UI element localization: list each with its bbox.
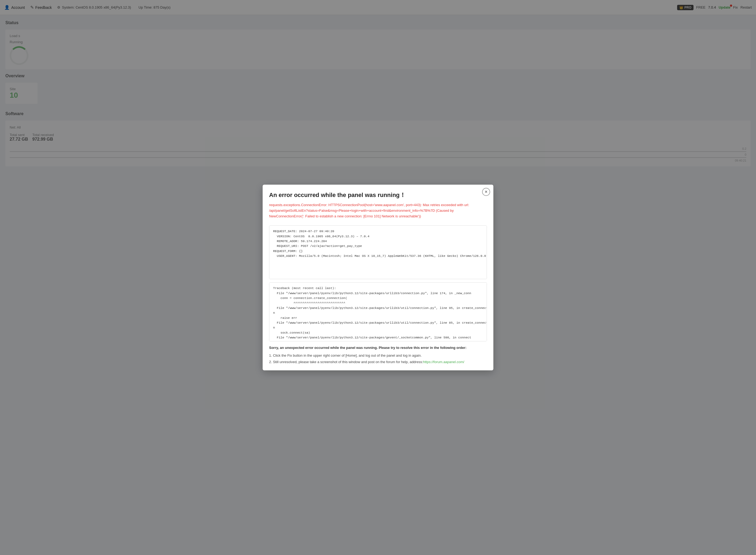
modal-body: REQUEST_DATE: 2024-07-27 09:40:20 VERSIO… [263, 225, 493, 341]
modal-footer: Sorry, an unexpected error occurred whil… [263, 341, 493, 370]
modal-overlay: × An error occurred while the panel was … [0, 0, 756, 555]
footer-steps: 1. Click the Fix button in the upper rig… [269, 352, 487, 365]
step2-prefix: 2. Still unresolved, please take a scree… [269, 360, 423, 364]
modal-close-button[interactable]: × [482, 188, 490, 196]
step1-text: 1. Click the Fix button in the upper rig… [269, 352, 487, 358]
error-modal: × An error occurred while the panel was … [263, 185, 493, 370]
traceback-box[interactable]: Traceback (most recent call last): File … [269, 282, 487, 341]
modal-header: An error occurred while the panel was ru… [263, 185, 493, 225]
footer-sorry-text: Sorry, an unexpected error occurred whil… [269, 346, 487, 350]
request-info-box[interactable]: REQUEST_DATE: 2024-07-27 09:40:20 VERSIO… [269, 225, 487, 279]
step2-container: 2. Still unresolved, please take a scree… [269, 359, 487, 365]
modal-title: An error occurred while the panel was ru… [269, 191, 487, 199]
error-message: requests.exceptions.ConnectionError: HTT… [269, 202, 487, 219]
forum-link[interactable]: https://forum.aapanel.com/ [423, 360, 464, 364]
